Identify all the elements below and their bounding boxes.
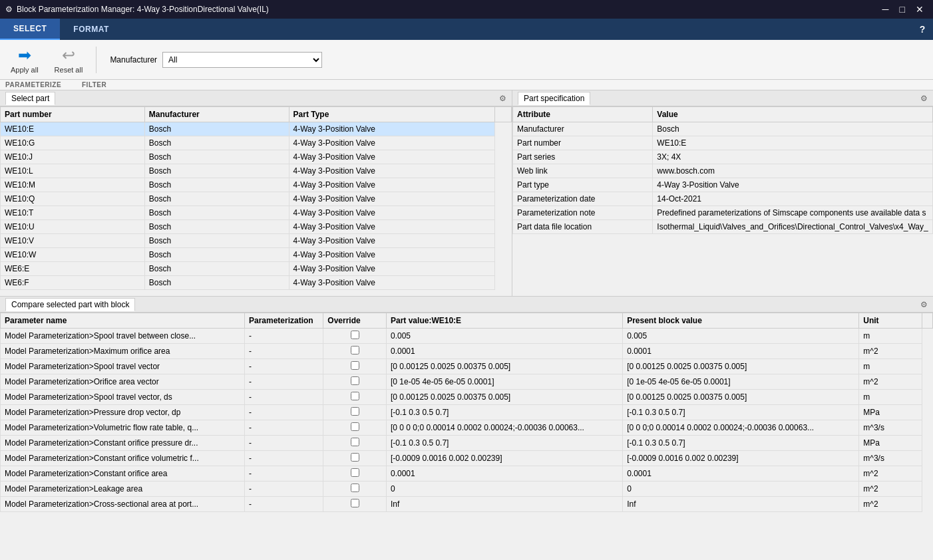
cell-blockval: [-0.1 0.3 0.5 0.7] <box>623 405 859 420</box>
col-header-partval[interactable]: Part value:WE10:E <box>387 313 623 329</box>
table-row[interactable]: WE6:E Bosch 4-Way 3-Position Valve <box>1 262 512 276</box>
cell-unit: MPa <box>859 405 922 420</box>
spec-table-row: Manufacturer Bosch <box>513 122 933 136</box>
left-panel-settings-icon[interactable]: ⚙ <box>499 94 506 103</box>
cell-override[interactable] <box>323 374 387 390</box>
cell-paramname: Model Parameterization>Spool travel vect… <box>1 359 245 374</box>
override-checkbox[interactable] <box>351 468 359 477</box>
table-row[interactable]: WE10:W Bosch 4-Way 3-Position Valve <box>1 248 512 262</box>
override-checkbox[interactable] <box>351 484 359 492</box>
right-panel-settings-icon[interactable]: ⚙ <box>920 94 928 103</box>
cell-attribute: Parameterization note <box>513 206 653 220</box>
cell-override[interactable] <box>323 405 387 420</box>
cell-override[interactable] <box>323 482 387 497</box>
cell-override[interactable] <box>323 420 387 436</box>
reset-all-button[interactable]: ↩ Reset all <box>49 43 89 76</box>
override-checkbox[interactable] <box>351 453 359 462</box>
override-checkbox[interactable] <box>351 499 359 507</box>
col-header-paramname[interactable]: Parameter name <box>1 313 245 329</box>
cell-unit: m <box>859 329 922 344</box>
cell-blockval: 0 <box>623 482 859 497</box>
cell-override[interactable] <box>323 436 387 451</box>
table-row[interactable]: WE10:E Bosch 4-Way 3-Position Valve <box>1 122 512 136</box>
override-checkbox[interactable] <box>351 346 359 354</box>
tab-format[interactable]: FORMAT <box>60 19 122 40</box>
override-checkbox[interactable] <box>351 331 359 339</box>
col-header-attribute[interactable]: Attribute <box>513 107 653 122</box>
spec-table-scroll[interactable]: Attribute Value Manufacturer Bosch Part … <box>512 106 933 296</box>
cell-paramz: - <box>244 344 323 359</box>
cell-partnumber: WE10:L <box>1 164 145 178</box>
cell-parttype: 4-Way 3-Position Valve <box>289 178 495 192</box>
cell-paramname: Model Parameterization>Orifice area vect… <box>1 374 245 390</box>
bottom-table-scroll[interactable]: Parameter name Parameterization Override… <box>0 313 933 512</box>
select-part-tab[interactable]: Select part <box>5 92 55 105</box>
cell-manufacturer: Bosch <box>144 178 289 192</box>
override-checkbox[interactable] <box>351 438 359 446</box>
col-header-manufacturer[interactable]: Manufacturer <box>144 107 289 122</box>
cell-parttype: 4-Way 3-Position Valve <box>289 248 495 262</box>
cell-partval: [0 0 0 0;0 0.00014 0.0002 0.00024;-0.000… <box>387 420 623 436</box>
tab-select[interactable]: SELECT <box>0 19 60 40</box>
table-row[interactable]: WE10:V Bosch 4-Way 3-Position Valve <box>1 234 512 248</box>
col-header-parttype[interactable]: Part Type <box>289 107 495 122</box>
part-spec-tab[interactable]: Part specification <box>518 92 590 105</box>
cell-override[interactable] <box>323 390 387 405</box>
table-row[interactable]: WE10:M Bosch 4-Way 3-Position Valve <box>1 178 512 192</box>
cell-partval: [-0.1 0.3 0.5 0.7] <box>387 436 623 451</box>
col-header-blockval[interactable]: Present block value <box>623 313 859 329</box>
cell-unit: m^3/s <box>859 420 922 436</box>
override-checkbox[interactable] <box>351 422 359 431</box>
apply-all-button[interactable]: ➡ Apply all <box>5 43 44 76</box>
list-item: Model Parameterization>Spool travel vect… <box>1 359 933 374</box>
help-button[interactable]: ? <box>912 19 933 40</box>
cell-paramz: - <box>244 451 323 466</box>
cell-partval: 0.0001 <box>387 466 623 482</box>
spec-table-row: Web link www.bosch.com <box>513 164 933 178</box>
maximize-button[interactable]: □ <box>896 4 909 15</box>
override-checkbox[interactable] <box>351 392 359 400</box>
col-header-value[interactable]: Value <box>653 107 933 122</box>
part-table-scroll[interactable]: Part number Manufacturer Part Type WE10:… <box>0 106 512 296</box>
col-header-unit[interactable]: Unit <box>859 313 922 329</box>
cell-partnumber: WE10:M <box>1 178 145 192</box>
cell-value: 3X; 4X <box>653 150 933 164</box>
cell-override[interactable] <box>323 466 387 482</box>
override-checkbox[interactable] <box>351 376 359 385</box>
col-header-paramz[interactable]: Parameterization <box>244 313 323 329</box>
table-row[interactable]: WE10:G Bosch 4-Way 3-Position Valve <box>1 136 512 150</box>
minimize-button[interactable]: ─ <box>878 4 893 15</box>
cell-paramz: - <box>244 482 323 497</box>
cell-override[interactable] <box>323 497 387 512</box>
compare-tab[interactable]: Compare selected part with block <box>5 298 135 311</box>
table-row[interactable]: WE10:J Bosch 4-Way 3-Position Valve <box>1 150 512 164</box>
left-panel: Select part ⚙ Part number Manufacturer P… <box>0 90 512 296</box>
col-header-partnumber[interactable]: Part number <box>1 107 145 122</box>
col-header-override[interactable]: Override <box>323 313 387 329</box>
cell-value: Bosch <box>653 122 933 136</box>
spec-table-row: Parameterization date 14-Oct-2021 <box>513 192 933 206</box>
cell-unit: MPa <box>859 436 922 451</box>
cell-blockval: [0 0.00125 0.0025 0.00375 0.005] <box>623 390 859 405</box>
app-icon: ⚙ <box>5 5 13 14</box>
override-checkbox[interactable] <box>351 361 359 370</box>
list-item: Model Parameterization>Orifice area vect… <box>1 374 933 390</box>
close-button[interactable]: ✕ <box>912 4 928 15</box>
table-row[interactable]: WE10:Q Bosch 4-Way 3-Position Valve <box>1 192 512 206</box>
list-item: Model Parameterization>Spool travel betw… <box>1 329 933 344</box>
override-checkbox[interactable] <box>351 407 359 416</box>
cell-override[interactable] <box>323 359 387 374</box>
cell-manufacturer: Bosch <box>144 234 289 248</box>
list-item: Model Parameterization>Constant orifice … <box>1 466 933 482</box>
table-row[interactable]: WE10:T Bosch 4-Way 3-Position Valve <box>1 206 512 220</box>
bottom-panel-settings-icon[interactable]: ⚙ <box>920 300 928 309</box>
left-panel-header: Select part ⚙ <box>0 90 512 106</box>
manufacturer-select[interactable]: All Bosch <box>162 52 322 68</box>
cell-override[interactable] <box>323 344 387 359</box>
cell-override[interactable] <box>323 451 387 466</box>
cell-override[interactable] <box>323 329 387 344</box>
table-row[interactable]: WE6:F Bosch 4-Way 3-Position Valve <box>1 276 512 290</box>
table-row[interactable]: WE10:U Bosch 4-Way 3-Position Valve <box>1 220 512 234</box>
table-row[interactable]: WE10:L Bosch 4-Way 3-Position Valve <box>1 164 512 178</box>
cell-manufacturer: Bosch <box>144 206 289 220</box>
